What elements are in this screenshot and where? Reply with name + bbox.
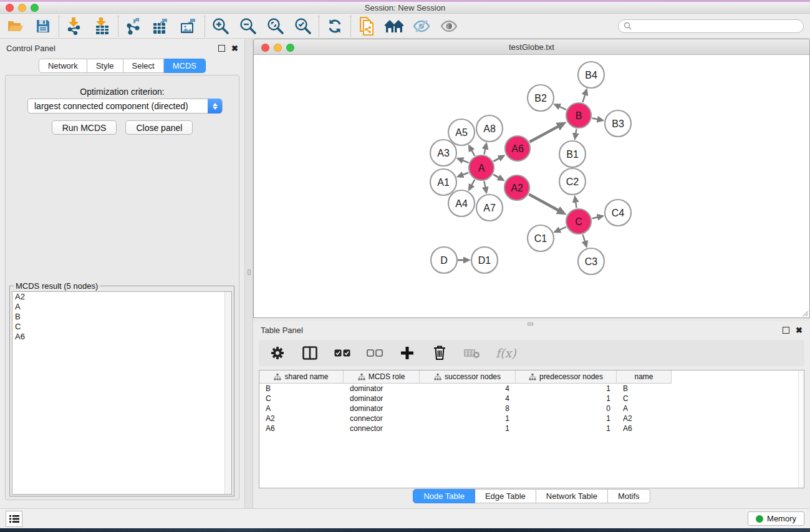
float-panel-icon[interactable]	[218, 45, 225, 52]
edge-B-B1[interactable]	[576, 129, 576, 135]
gear-icon[interactable]	[269, 344, 286, 362]
edge-C-C2[interactable]	[576, 201, 577, 208]
resize-grip-icon[interactable]	[801, 309, 809, 317]
table-row[interactable]: Adominator80A	[259, 404, 804, 414]
window-titlebar[interactable]: Session: New Session	[0, 2, 810, 14]
column-header-predecessor-nodes[interactable]: predecessor nodes	[516, 370, 617, 384]
network-zoom-button[interactable]	[286, 44, 294, 52]
table-row[interactable]: A6connector11A6	[259, 423, 804, 433]
edge-A-A6[interactable]	[493, 158, 499, 162]
edge-C-C3[interactable]	[583, 235, 586, 242]
tab-edge-table[interactable]: Edge Table	[475, 489, 536, 503]
zoom-in-icon[interactable]	[210, 17, 231, 36]
hide-eye-icon[interactable]	[411, 17, 432, 36]
trash-icon[interactable]	[431, 344, 448, 362]
panel-splitter[interactable]	[244, 39, 253, 508]
network-minimize-button[interactable]	[274, 44, 282, 52]
zoom-out-icon[interactable]	[238, 17, 259, 36]
edge-A2-C[interactable]	[529, 195, 559, 211]
search-input[interactable]	[634, 22, 790, 31]
edge-A-A7[interactable]	[484, 181, 485, 188]
window-title: Session: New Session	[0, 3, 810, 12]
table-row[interactable]: A2connector11A2	[259, 414, 804, 423]
column-header-MCDS-role[interactable]: MCDS role	[344, 370, 420, 384]
tab-select[interactable]: Select	[123, 59, 164, 73]
result-list-item[interactable]: A2	[12, 292, 231, 302]
select-all-icon[interactable]	[334, 344, 351, 362]
edge-A-A2[interactable]	[493, 175, 499, 178]
export-network-icon[interactable]	[123, 17, 145, 36]
column-header-name[interactable]: name	[617, 370, 672, 384]
control-panel-tabs: NetworkStyleSelectMCDS	[0, 59, 244, 73]
duplicate-network-icon[interactable]	[356, 17, 377, 36]
tab-network[interactable]: Network	[39, 59, 87, 73]
search-field[interactable]	[618, 19, 804, 33]
mcds-result-list[interactable]: A2ABCA6	[12, 291, 232, 495]
status-bar: Memory	[0, 508, 810, 528]
optimization-criterion-dropdown[interactable]: largest connected component (directed)	[27, 99, 223, 114]
result-list-item[interactable]: C	[12, 322, 231, 332]
table-row[interactable]: Bdominator41B	[259, 384, 804, 394]
edge-A6-B[interactable]	[529, 126, 559, 142]
edge-A-A5[interactable]	[471, 150, 475, 156]
edge-A-A3[interactable]	[462, 160, 469, 163]
export-image-icon[interactable]	[178, 17, 200, 36]
import-table-icon[interactable]	[92, 17, 113, 36]
table-splitter-grip[interactable]	[528, 322, 533, 326]
edge-A-A8[interactable]	[484, 148, 485, 154]
zoom-fit-icon[interactable]	[265, 17, 286, 36]
edge-A-A1[interactable]	[462, 173, 468, 175]
table-scrollbar[interactable]	[798, 370, 804, 488]
node-table[interactable]: shared nameMCDS rolesuccessor nodesprede…	[259, 370, 804, 488]
edge-B-B3[interactable]	[592, 118, 599, 119]
houses-icon[interactable]	[383, 17, 405, 36]
table-cell: 1	[516, 394, 617, 403]
table-row[interactable]: Cdominator41C	[259, 394, 804, 404]
export-table-icon[interactable]	[151, 17, 172, 36]
edge-C-C4[interactable]	[592, 217, 598, 218]
close-window-button[interactable]	[6, 4, 14, 12]
edge-C-C1[interactable]	[559, 227, 566, 230]
search-icon	[624, 22, 632, 30]
edge-B-B4[interactable]	[582, 94, 585, 102]
memory-button[interactable]: Memory	[748, 511, 804, 526]
columns-icon[interactable]	[301, 344, 319, 362]
save-floppy-icon[interactable]	[32, 17, 54, 36]
result-list-item[interactable]: A6	[12, 332, 231, 342]
open-folder-icon[interactable]	[5, 17, 26, 36]
splitter-grip[interactable]	[248, 269, 251, 275]
tab-mcds[interactable]: MCDS	[164, 59, 206, 73]
minimize-window-button[interactable]	[18, 4, 26, 12]
network-canvas[interactable]: B4B2BB3A8A5A6B1A3AC2A1A2A4A7C4CC1C3DD1	[253, 55, 810, 318]
delete-column-icon[interactable]	[463, 344, 481, 362]
result-list-item[interactable]: A	[12, 302, 231, 312]
tab-network-table[interactable]: Network Table	[536, 489, 608, 503]
import-network-icon[interactable]	[64, 17, 85, 36]
edge-A-A4[interactable]	[471, 180, 475, 186]
table-close-panel-icon[interactable]: ✖	[796, 327, 803, 334]
column-header-successor-nodes[interactable]: successor nodes	[420, 370, 516, 384]
table-float-panel-icon[interactable]	[783, 327, 789, 334]
tab-style[interactable]: Style	[87, 59, 123, 73]
add-icon[interactable]	[398, 344, 416, 362]
run-mcds-button[interactable]: Run MCDS	[52, 120, 117, 135]
network-close-button[interactable]	[261, 44, 269, 52]
node-label-A3: A3	[437, 148, 450, 158]
result-list-scrollbar[interactable]	[224, 292, 231, 494]
edge-B-B2[interactable]	[559, 106, 566, 109]
zoom-window-button[interactable]	[31, 4, 39, 12]
close-panel-button[interactable]: Close panel	[125, 120, 193, 135]
node-label-A: A	[478, 163, 485, 173]
result-list-item[interactable]: B	[12, 312, 231, 322]
refresh-icon[interactable]	[324, 17, 345, 36]
deselect-all-icon[interactable]	[366, 344, 383, 362]
task-history-button[interactable]	[6, 511, 22, 527]
close-panel-icon[interactable]: ✖	[231, 45, 238, 52]
network-window-titlebar[interactable]: testGlobe.txt	[253, 39, 810, 55]
zoom-selected-icon[interactable]	[292, 17, 314, 36]
tab-motifs[interactable]: Motifs	[608, 489, 650, 503]
tab-node-table[interactable]: Node Table	[413, 489, 475, 503]
show-eye-icon[interactable]	[438, 17, 460, 36]
column-header-shared-name[interactable]: shared name	[259, 370, 344, 384]
table-cell: A6	[259, 424, 344, 433]
